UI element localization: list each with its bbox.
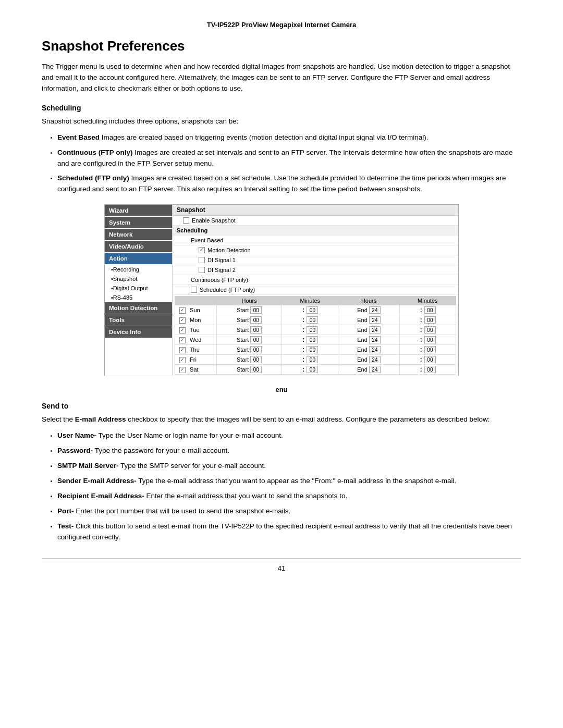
ui-snapshot-header: Snapshot	[173, 205, 458, 216]
schedule-table: Hours Minutes Hours Minutes SunStart 00:…	[175, 296, 456, 375]
page-number: 41	[278, 564, 285, 572]
sidebar-item-system[interactable]: System	[105, 217, 172, 228]
end-m-thu[interactable]: 00	[424, 346, 436, 353]
continuous-row: Continuous (FTP only)	[173, 275, 458, 285]
day-cell-fri: Fri	[175, 355, 217, 365]
day-cell-tue: Tue	[175, 325, 217, 335]
end-h-wed[interactable]: 24	[369, 336, 381, 343]
colon1-mon: : 00	[282, 315, 338, 325]
scheduling-text: Snapshot scheduling includes three optio…	[42, 116, 521, 127]
day-cell-sun: Sun	[175, 305, 217, 315]
colon1-sun: : 00	[282, 305, 338, 315]
start-h-thu[interactable]: 00	[250, 346, 262, 353]
start-m-fri[interactable]: 00	[307, 356, 318, 363]
end-cell-sun: End 24	[338, 305, 399, 315]
start-m-sat[interactable]: 00	[307, 366, 318, 373]
motion-detection-label: Motion Detection	[207, 247, 251, 253]
start-m-thu[interactable]: 00	[307, 346, 318, 353]
colon1-fri: : 00	[282, 355, 338, 365]
end-h-tue[interactable]: 24	[369, 326, 381, 334]
day-checkbox-sun[interactable]	[179, 307, 186, 314]
scheduled-row: Scheduled (FTP only)	[173, 285, 458, 295]
sidebar-sub-snapshot[interactable]: •Snapshot	[105, 274, 172, 283]
end-h-thu[interactable]: 24	[369, 346, 381, 353]
continuous-label: Continuous (FTP only)	[191, 277, 248, 283]
start-cell-tue: Start 00	[217, 325, 282, 335]
colon1-sat: : 00	[282, 365, 338, 375]
scheduled-checkbox[interactable]	[191, 287, 197, 293]
colon1-thu: : 00	[282, 345, 338, 355]
sidebar-sub-rs485[interactable]: •RS-485	[105, 293, 172, 302]
sidebar-sub-digital-output[interactable]: •Digital Output	[105, 283, 172, 293]
end-h-fri[interactable]: 24	[369, 356, 381, 363]
di-signal2-checkbox[interactable]	[199, 267, 205, 273]
motion-detection-row: Motion Detection	[173, 245, 458, 255]
start-h-sun[interactable]: 00	[250, 306, 262, 314]
day-checkbox-sat[interactable]	[179, 367, 186, 373]
schedule-header-row: Hours Minutes Hours Minutes	[175, 297, 456, 305]
end-h-sun[interactable]: 24	[369, 306, 381, 314]
enable-snapshot-row: Enable Snapshot	[173, 216, 458, 226]
day-checkbox-tue[interactable]	[179, 327, 186, 334]
end-h-mon[interactable]: 24	[369, 316, 381, 324]
start-cell-sun: Start 00	[217, 305, 282, 315]
start-h-tue[interactable]: 00	[250, 326, 262, 334]
scheduling-heading: Scheduling	[42, 104, 521, 112]
sidebar-item-network[interactable]: Network	[105, 229, 172, 240]
end-cell-fri: End 24	[338, 355, 399, 365]
sidebar-item-motion-detection[interactable]: Motion Detection	[105, 302, 172, 314]
day-checkbox-wed[interactable]	[179, 337, 186, 343]
send-bullet-recipient: Recipient E-mail Address- Enter the e-ma…	[57, 491, 521, 502]
day-checkbox-mon[interactable]	[179, 317, 186, 324]
end-m-wed[interactable]: 00	[424, 336, 436, 343]
event-based-label: Event Based	[191, 237, 223, 243]
intro-text: The Trigger menu is used to determine wh…	[42, 61, 521, 94]
end-cell-mon: End 24	[338, 315, 399, 325]
schedule-table-container: Hours Minutes Hours Minutes SunStart 00:…	[173, 295, 458, 376]
end-m-mon[interactable]: 00	[424, 316, 436, 324]
bullet-desc-1: Images are created based on triggering e…	[102, 133, 429, 141]
bullet-scheduled: Scheduled (FTP only) Images are created …	[57, 173, 521, 195]
page-header: TV-IP522P ProView Megapixel Internet Cam…	[42, 21, 521, 29]
day-checkbox-fri[interactable]	[179, 357, 186, 363]
colon1-tue: : 00	[282, 325, 338, 335]
scheduling-bullets: Event Based Images are created based on …	[57, 132, 521, 195]
start-h-sat[interactable]: 00	[250, 366, 262, 373]
day-checkbox-thu[interactable]	[179, 347, 186, 353]
start-m-sun[interactable]: 00	[307, 306, 318, 314]
schedule-col-hours1: Hours	[217, 297, 282, 305]
sidebar-item-tools[interactable]: Tools	[105, 314, 172, 326]
enable-snapshot-checkbox[interactable]	[183, 217, 189, 224]
day-cell-thu: Thu	[175, 345, 217, 355]
event-based-row: Event Based	[173, 236, 458, 245]
schedule-row-wed: WedStart 00: 00End 24: 00	[175, 335, 456, 345]
sidebar-item-videoaudio[interactable]: Video/Audio	[105, 241, 172, 252]
end-m-sat[interactable]: 00	[424, 366, 436, 373]
sidebar-item-wizard[interactable]: Wizard	[105, 205, 172, 216]
schedule-row-sat: SatStart 00: 00End 24: 00	[175, 365, 456, 375]
start-m-mon[interactable]: 00	[307, 316, 318, 324]
start-m-wed[interactable]: 00	[307, 336, 318, 343]
di-signal1-checkbox[interactable]	[199, 257, 205, 263]
start-h-mon[interactable]: 00	[250, 316, 262, 324]
start-h-wed[interactable]: 00	[250, 336, 262, 343]
start-cell-wed: Start 00	[217, 335, 282, 345]
end-h-sat[interactable]: 24	[369, 366, 381, 373]
end-m-sun[interactable]: 00	[424, 306, 436, 314]
enable-snapshot-label: Enable Snapshot	[192, 217, 236, 224]
scheduling-ui-label: Scheduling	[177, 227, 207, 233]
bullet-term-2: Continuous (FTP only)	[57, 149, 132, 156]
motion-detection-checkbox[interactable]	[199, 247, 205, 253]
end-m-tue[interactable]: 00	[424, 326, 436, 334]
sidebar-item-device-info[interactable]: Device Info	[105, 326, 172, 338]
end-m-fri[interactable]: 00	[424, 356, 436, 363]
schedule-row-fri: FriStart 00: 00End 24: 00	[175, 355, 456, 365]
sidebar-sub-recording[interactable]: •Recording	[105, 265, 172, 274]
start-m-tue[interactable]: 00	[307, 326, 318, 334]
di-signal1-row: DI Signal 1	[173, 255, 458, 265]
colon1-wed: : 00	[282, 335, 338, 345]
colon2-mon: : 00	[399, 315, 456, 325]
colon2-wed: : 00	[399, 335, 456, 345]
sidebar-item-action[interactable]: Action	[105, 253, 172, 264]
start-h-fri[interactable]: 00	[250, 356, 262, 363]
